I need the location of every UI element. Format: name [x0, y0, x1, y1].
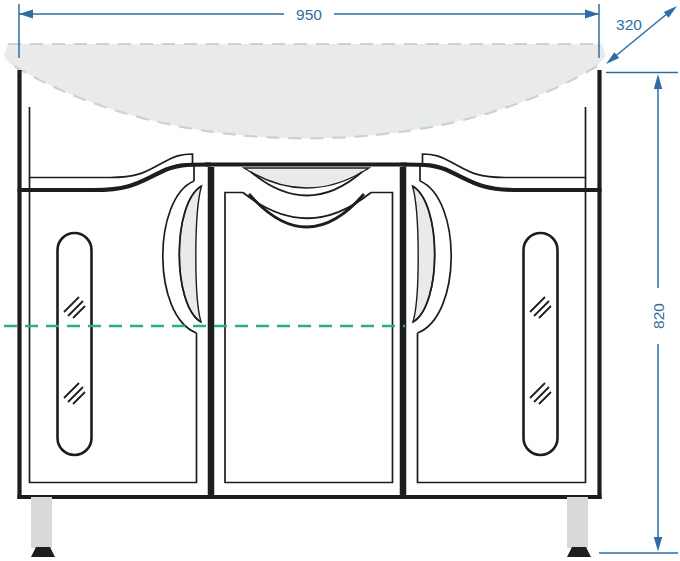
left-door-mirror-groove — [58, 233, 92, 455]
depth-arrow-upper — [664, 6, 677, 18]
width-arrow-right — [585, 10, 599, 19]
right-mirror-shine-upper — [530, 297, 551, 318]
left-bow-shade — [179, 186, 201, 322]
center-door-outline — [225, 193, 393, 483]
right-leg — [567, 497, 588, 548]
left-door — [30, 165, 202, 483]
width-arrow-left — [19, 10, 33, 19]
countertop-sink — [4, 44, 606, 138]
width-dimension-label: 950 — [296, 6, 322, 23]
left-mirror-shine-lower — [64, 383, 85, 404]
left-leg-foot — [31, 547, 55, 557]
height-arrow-top — [654, 74, 662, 89]
arch-inner — [249, 194, 364, 227]
left-mirror-shine-upper — [64, 297, 85, 318]
bowl-front-shade — [244, 168, 369, 188]
right-door-outline — [418, 165, 586, 483]
right-mirror-shine-lower — [530, 383, 551, 404]
height-dimension: 820 — [599, 73, 678, 554]
right-door — [413, 165, 586, 483]
depth-dimension-label: 320 — [616, 16, 642, 33]
height-dimension-label: 820 — [650, 303, 667, 329]
left-door-outline — [30, 165, 197, 483]
height-arrow-bottom — [654, 537, 662, 552]
legs — [31, 497, 591, 557]
countertop-surface — [4, 44, 606, 138]
right-leg-foot — [567, 547, 591, 557]
right-bow-shade — [413, 186, 435, 322]
vanity-technical-drawing: 950 320 820 — [0, 0, 680, 561]
right-door-mirror-groove — [524, 233, 558, 455]
depth-dimension: 320 — [606, 6, 677, 64]
left-leg — [31, 497, 52, 548]
